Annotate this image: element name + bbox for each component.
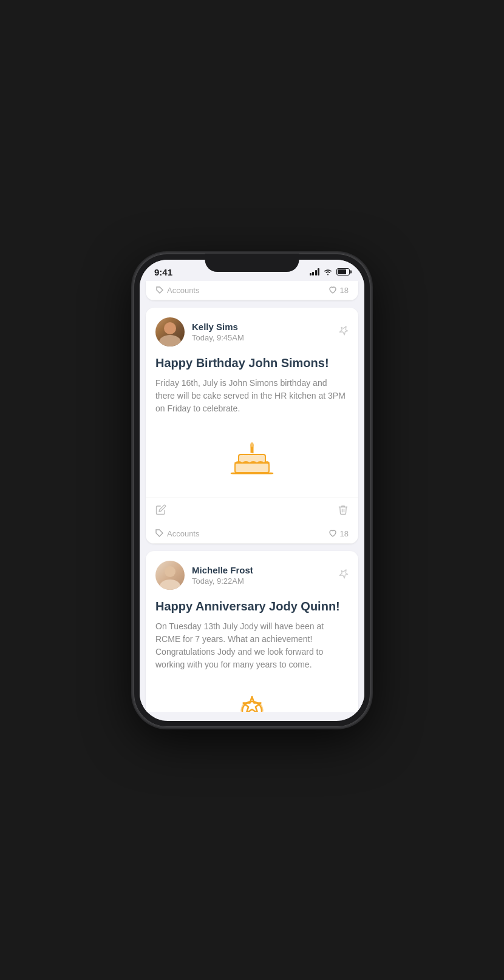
post-header: Kelly Sims Today, 9:45AM: [155, 317, 349, 346]
tag-icon-card1: [155, 529, 164, 538]
heart-icon: [329, 286, 337, 294]
award-icon: [228, 691, 276, 712]
award-illustration: [155, 681, 349, 712]
author-info-2: Michelle Frost Today, 9:22AM: [192, 565, 253, 586]
partial-card-footer: Accounts 18: [146, 281, 358, 300]
delete-icon[interactable]: [338, 504, 349, 518]
birthday-card: Kelly Sims Today, 9:45AM Happy Birthday …: [146, 308, 358, 544]
heart-icon-card1: [329, 529, 337, 538]
author-time-2: Today, 9:22AM: [192, 576, 253, 586]
phone-screen: 9:41: [140, 260, 364, 721]
post-title: Happy Birthday John Simons!: [155, 355, 349, 371]
post-author: Kelly Sims Today, 9:45AM: [155, 317, 244, 346]
partial-top-card: Accounts 18: [146, 281, 358, 300]
post-header-2: Michelle Frost Today, 9:22AM: [155, 561, 349, 590]
anniversary-card: Michelle Frost Today, 9:22AM Happy Anniv…: [146, 551, 358, 712]
card-actions: [146, 498, 358, 524]
edit-icon[interactable]: [155, 504, 166, 518]
signal-icon: [310, 268, 320, 275]
author-info: Kelly Sims Today, 9:45AM: [192, 322, 244, 342]
anniversary-card-body: Michelle Frost Today, 9:22AM Happy Anniv…: [146, 551, 358, 712]
svg-rect-6: [235, 463, 269, 473]
post-body-2: On Tuesday 13th July Jody will have been…: [155, 620, 349, 671]
status-icons: [310, 268, 350, 275]
author-time: Today, 9:45AM: [192, 333, 244, 342]
partial-tag: Accounts: [155, 286, 199, 295]
scroll-area[interactable]: Accounts 18: [140, 281, 364, 712]
post-body: Friday 16th, July is John Simons birthda…: [155, 377, 349, 415]
author-name: Kelly Sims: [192, 322, 244, 332]
pin-icon-2[interactable]: [335, 566, 351, 584]
cake-icon: [228, 434, 276, 483]
card1-tag: Accounts: [155, 529, 199, 538]
card1-footer: Accounts 18: [146, 524, 358, 544]
author-name-2: Michelle Frost: [192, 565, 253, 575]
wifi-icon: [323, 268, 333, 275]
tag-icon: [155, 286, 164, 294]
avatar-michelle: [155, 561, 185, 590]
birthday-card-body: Kelly Sims Today, 9:45AM Happy Birthday …: [146, 308, 358, 498]
phone-frame: 9:41: [134, 254, 370, 727]
partial-likes[interactable]: 18: [329, 286, 349, 295]
post-title-2: Happy Anniversary Jody Quinn!: [155, 598, 349, 614]
notch: [205, 254, 299, 272]
status-time: 9:41: [154, 267, 172, 277]
battery-icon: [336, 268, 350, 275]
pin-icon[interactable]: [335, 323, 351, 340]
post-author-2: Michelle Frost Today, 9:22AM: [155, 561, 253, 590]
avatar-kelly: [155, 317, 185, 346]
cake-illustration: [155, 425, 349, 488]
card1-likes[interactable]: 18: [329, 529, 349, 538]
